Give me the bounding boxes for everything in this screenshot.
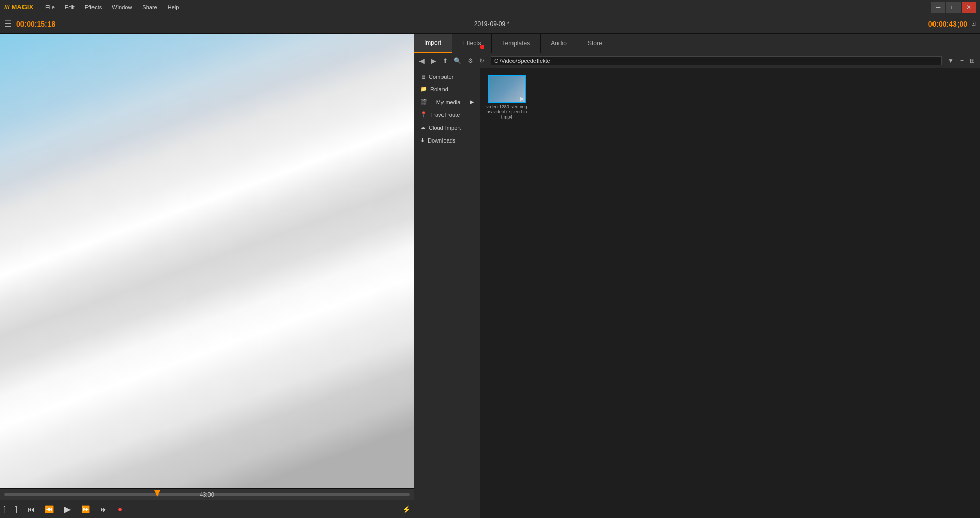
cloud-icon: ☁ <box>420 124 426 131</box>
app-logo: /// MAGIX <box>4 3 33 11</box>
download-icon: ⬇ <box>420 137 425 144</box>
step-back-button[interactable]: ⏪ <box>42 504 57 514</box>
folder-up-button[interactable]: ⬆ <box>440 56 450 65</box>
mark-out-button[interactable]: ] <box>12 504 20 514</box>
close-button[interactable]: ✕ <box>962 2 976 13</box>
refresh-button[interactable]: ↻ <box>477 56 486 65</box>
preview-timecode: 43:00 <box>200 491 214 498</box>
computer-icon: 🖥 <box>420 74 426 80</box>
settings-button[interactable]: ⚙ <box>465 56 475 65</box>
goto-end-button[interactable]: ⏭ <box>97 504 110 514</box>
goto-start-button[interactable]: ⏮ <box>25 504 38 514</box>
play-pause-button[interactable]: ▶ <box>61 503 74 516</box>
add-button[interactable]: + <box>958 56 966 65</box>
path-input[interactable] <box>491 56 942 65</box>
file-item[interactable]: video-1280-seo-vegas-videofx-speed-int.m… <box>486 75 527 120</box>
timecode-left: 00:00:15:18 <box>16 20 73 28</box>
path-dropdown-button[interactable]: ▼ <box>946 56 956 65</box>
record-button[interactable]: ● <box>114 504 126 515</box>
tab-effects[interactable]: Effects <box>452 34 492 53</box>
tab-audio[interactable]: Audio <box>541 34 577 53</box>
media-icon: 🎬 <box>420 99 427 105</box>
panel-maximize-button[interactable]: ⊡ <box>971 20 976 27</box>
search-button[interactable]: 🔍 <box>452 56 463 65</box>
tab-import[interactable]: Import <box>414 34 452 53</box>
nav-cloud-import[interactable]: ☁ Cloud Import <box>414 121 480 134</box>
power-button[interactable]: ⚡ <box>399 504 414 514</box>
minimize-button[interactable]: ─ <box>931 2 945 13</box>
mark-in-button[interactable]: [ <box>0 504 8 514</box>
tab-store[interactable]: Store <box>577 34 613 53</box>
nav-computer[interactable]: 🖥 Computer <box>414 70 480 83</box>
nav-roland[interactable]: 📁 Roland <box>414 83 480 96</box>
nav-downloads[interactable]: ⬇ Downloads <box>414 134 480 147</box>
project-name: 2019-09-09 * <box>75 20 909 28</box>
maximize-button[interactable]: □ <box>946 2 961 13</box>
menu-edit[interactable]: Edit <box>60 2 80 12</box>
arrow-icon: ▶ <box>470 99 474 105</box>
forward-button[interactable]: ▶ <box>429 56 438 66</box>
menu-effects[interactable]: Effects <box>80 2 107 12</box>
timecode-right: 00:00:43;00 <box>911 20 967 28</box>
menu-file[interactable]: File <box>40 2 60 12</box>
back-button[interactable]: ◀ <box>417 56 427 66</box>
grid-view-button[interactable]: ⊞ <box>968 56 977 65</box>
menu-help[interactable]: Help <box>162 2 184 12</box>
file-name-label: video-1280-seo-vegas-videofx-speed-int.m… <box>486 104 527 120</box>
video-preview <box>0 34 414 488</box>
file-thumbnail-image <box>488 75 526 103</box>
nav-my-media[interactable]: 🎬 My media ▶ <box>414 96 480 108</box>
nav-travel-route[interactable]: 📍 Travel route <box>414 108 480 121</box>
folder-icon: 📁 <box>420 86 427 92</box>
menu-window[interactable]: Window <box>107 2 137 12</box>
hamburger-menu[interactable]: ☰ <box>4 19 11 29</box>
menu-share[interactable]: Share <box>137 2 162 12</box>
route-icon: 📍 <box>420 111 427 118</box>
step-forward-button[interactable]: ⏩ <box>78 504 93 514</box>
tab-templates[interactable]: Templates <box>492 34 541 53</box>
